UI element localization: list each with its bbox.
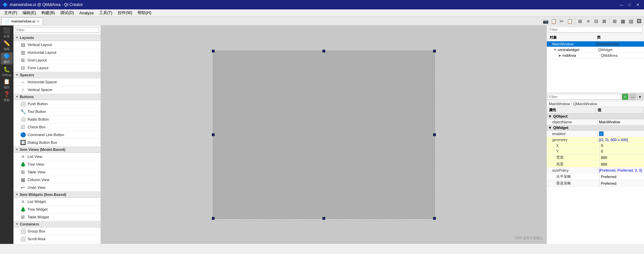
buttons-label: Buttons: [20, 95, 34, 99]
props-val-height[interactable]: 600: [600, 162, 644, 167]
widget-horizontal-layout[interactable]: ▥ Horizontal Layout: [13, 49, 101, 56]
props-val-geometry[interactable]: [(0, 0), 800 x 600]: [598, 137, 644, 142]
widget-undo-view[interactable]: ↩ Undo View: [13, 184, 101, 192]
category-item-widgets[interactable]: ▼ Item Widgets (Item-Based): [13, 192, 101, 198]
sidebar-welcome[interactable]: ⬛ 欢迎: [1, 27, 13, 39]
expand-mdiarea[interactable]: ▶: [559, 54, 561, 57]
toolbar-btn-8[interactable]: ⊠: [601, 17, 608, 25]
menu-edit[interactable]: 编辑(E): [20, 9, 39, 16]
props-val-width[interactable]: 800: [600, 155, 644, 160]
expand-centralwidget[interactable]: ▼: [554, 48, 557, 51]
handle-bottom-right[interactable]: [433, 217, 436, 220]
category-containers[interactable]: ▼ Containers: [13, 221, 101, 227]
props-group-qobject[interactable]: ▼ QObject: [547, 114, 644, 119]
minimize-button[interactable]: —: [618, 1, 625, 8]
props-val-sizepolicy[interactable]: [Preferred, Preferred, 0, 0]: [598, 168, 644, 173]
tab-close-button[interactable]: ✕: [37, 19, 39, 23]
toolbar-btn-2[interactable]: 📋: [550, 17, 557, 25]
close-button[interactable]: ✕: [634, 1, 641, 8]
props-filter-input[interactable]: [547, 94, 621, 100]
widget-push-button[interactable]: ⬜ Push Button: [13, 100, 101, 108]
widget-horizontal-spacer[interactable]: ↔ Horizontal Spacer: [13, 78, 101, 86]
widget-form-layout[interactable]: ⊟ Form Layout: [13, 64, 101, 72]
toolbar-btn-12[interactable]: 🖼: [635, 17, 643, 25]
handle-top-center[interactable]: [323, 50, 325, 52]
design-icon: 🔷: [3, 53, 10, 59]
props-val-x[interactable]: 0: [600, 143, 644, 148]
widget-tree-view[interactable]: 🌲 Tree View: [13, 161, 101, 168]
category-buttons[interactable]: ▼ Buttons: [13, 94, 101, 100]
toolbar-btn-10[interactable]: ▦: [619, 17, 627, 25]
widget-filter-input[interactable]: [15, 27, 99, 33]
menu-build[interactable]: 构建(B): [39, 9, 58, 16]
props-group-qwidget[interactable]: ▼ QWidget: [547, 125, 644, 131]
category-layouts[interactable]: ▼ Layouts: [13, 35, 101, 41]
widget-tree-widget[interactable]: 🌲 Tree Widget: [13, 206, 101, 213]
widget-vertical-spacer[interactable]: ↕ Vertical Spacer: [13, 86, 101, 94]
toolbar-btn-5[interactable]: ⊞: [576, 17, 584, 25]
toolbar-btn-11[interactable]: ▤: [627, 17, 635, 25]
sidebar-debug[interactable]: 🐛 Debug: [1, 65, 13, 77]
menu-analyze[interactable]: Analyze: [77, 9, 97, 16]
item-views-label: Item Views (Model-Based): [20, 147, 66, 152]
enabled-checkbox[interactable]: ✓: [599, 131, 604, 136]
props-val-y[interactable]: 0: [600, 149, 644, 154]
help-icon: ❓: [3, 91, 10, 97]
inspector-filter-input[interactable]: [548, 27, 643, 33]
widget-check-box[interactable]: ☑ Check Box: [13, 123, 101, 131]
handle-top-right[interactable]: [433, 50, 436, 52]
category-item-views[interactable]: ▼ Item Views (Model-Based): [13, 146, 101, 153]
obj-row-centralwidget[interactable]: ▼ centralwidget QWidget: [547, 47, 644, 53]
edit-label: 编辑: [4, 47, 10, 51]
edit-icon: ✏️: [3, 40, 10, 46]
props-expand-button[interactable]: ▼: [637, 93, 643, 100]
props-remove-button[interactable]: —: [629, 93, 636, 100]
toolbar-btn-7[interactable]: ⊟: [593, 17, 600, 25]
props-val-enabled[interactable]: ✓: [598, 131, 644, 137]
widget-vertical-layout[interactable]: ▤ Vertical Layout: [13, 41, 101, 49]
expand-mainwindow[interactable]: ▼: [548, 42, 551, 46]
obj-row-mdiarea[interactable]: ▶ mdiArea QMdiArea: [547, 53, 644, 58]
tab-mainwindow[interactable]: 📄 mainwindow.ui ✕: [1, 17, 43, 25]
category-spacers[interactable]: ▼ Spacers: [13, 72, 101, 78]
widget-list-view[interactable]: ≡ List View: [13, 153, 101, 161]
props-val-vpolicy[interactable]: Preferred: [600, 181, 644, 186]
handle-mid-right[interactable]: [433, 133, 436, 136]
sidebar-projects[interactable]: 📋 项目: [1, 78, 13, 90]
menu-help[interactable]: 帮助(H): [135, 9, 154, 16]
toolbar-btn-1[interactable]: 📷: [542, 17, 549, 25]
maximize-button[interactable]: □: [626, 1, 633, 8]
widget-column-view[interactable]: ▦ Column View: [13, 176, 101, 184]
toolbar-btn-6[interactable]: ≡: [584, 17, 592, 25]
widget-grid-layout[interactable]: ⊞ Grid Layout: [13, 56, 101, 64]
handle-top-left[interactable]: [212, 50, 215, 52]
widget-table-widget[interactable]: ⊞ Table Widget: [13, 213, 101, 221]
design-canvas[interactable]: [213, 51, 435, 219]
widget-scroll-area[interactable]: ⬜ Scroll Area: [13, 235, 101, 243]
widget-radio-button[interactable]: ⚪ Radio Button: [13, 116, 101, 123]
widget-tool-button[interactable]: 🔧 Tool Button: [13, 108, 101, 116]
widget-command-link-button[interactable]: 🔵 Command Link Button: [13, 131, 101, 139]
props-val-objectname[interactable]: MainWindow: [598, 119, 644, 125]
props-add-button[interactable]: +: [622, 93, 629, 100]
menu-file[interactable]: 文件(F): [1, 9, 20, 16]
menu-tools[interactable]: 工具(T): [97, 9, 115, 16]
toolbar-btn-4[interactable]: 📋: [566, 17, 573, 25]
menu-controls[interactable]: 控件(W): [115, 9, 135, 16]
obj-row-mainwindow[interactable]: ▼ MainWindow QMainWindow: [547, 41, 644, 47]
handle-mid-left[interactable]: [212, 133, 215, 136]
sidebar-design[interactable]: 🔷 设计: [1, 52, 13, 65]
toolbar-btn-3[interactable]: ✂: [558, 17, 565, 25]
handle-bottom-left[interactable]: [212, 217, 215, 220]
widget-tool-box[interactable]: 🔧 Tool Box: [13, 243, 101, 244]
handle-bottom-center[interactable]: [323, 217, 325, 220]
widget-list-widget[interactable]: ≡ List Widget: [13, 198, 101, 206]
props-val-hpolicy[interactable]: Preferred: [600, 174, 644, 179]
sidebar-help[interactable]: ❓ 帮助: [1, 91, 13, 103]
widget-dialog-button-box[interactable]: 🔲 Dialog Button Box: [13, 139, 101, 146]
menu-debug[interactable]: 调试(D): [58, 9, 77, 16]
widget-group-box[interactable]: ⬜ Group Box: [13, 227, 101, 235]
toolbar-btn-9[interactable]: ⊞: [611, 17, 618, 25]
widget-table-view[interactable]: ⊞ Table View: [13, 168, 101, 176]
sidebar-edit[interactable]: ✏️ 编辑: [1, 40, 13, 52]
